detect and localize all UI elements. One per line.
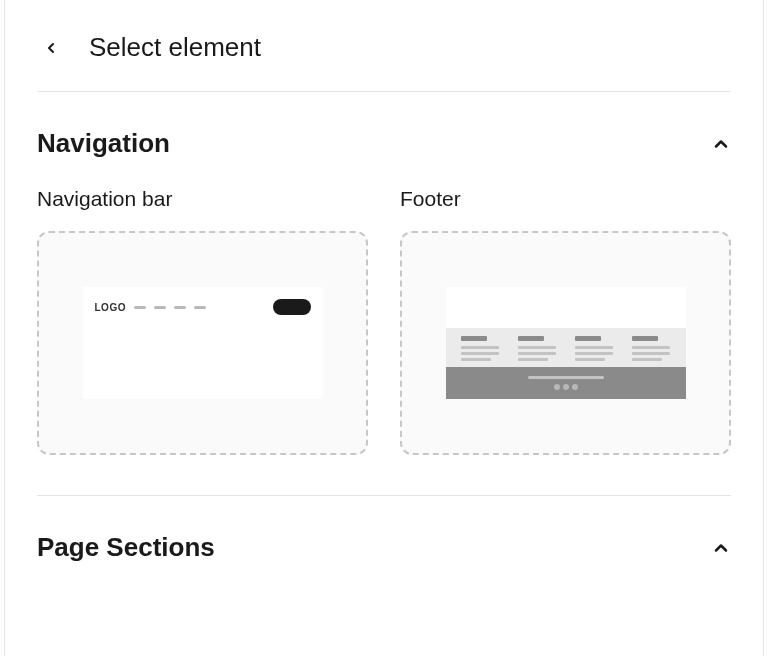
back-button[interactable]: [37, 34, 65, 62]
footer-dots-placeholder: [554, 384, 578, 390]
section-title: Page Sections: [37, 532, 215, 563]
section-header-page-sections[interactable]: Page Sections: [37, 496, 731, 591]
logo-placeholder: LOGO: [95, 302, 126, 313]
footer-col-placeholder: [461, 336, 499, 361]
nav-link-placeholder: [134, 306, 146, 309]
footer-col-placeholder: [518, 336, 556, 361]
chevron-up-icon: [711, 134, 731, 154]
nav-link-placeholder: [174, 306, 186, 309]
element-card-navbar[interactable]: LOGO: [37, 231, 368, 455]
element-card-footer[interactable]: [400, 231, 731, 455]
nav-link-placeholder: [154, 306, 166, 309]
section-header-navigation[interactable]: Navigation: [37, 92, 731, 187]
section-title: Navigation: [37, 128, 170, 159]
element-option-navbar: Navigation bar LOGO: [37, 187, 368, 455]
nav-cta-placeholder: [273, 299, 311, 315]
navbar-preview: LOGO: [83, 287, 323, 399]
navbar-preview-row: LOGO: [95, 299, 311, 315]
collapse-toggle[interactable]: [711, 134, 731, 154]
collapse-toggle[interactable]: [711, 538, 731, 558]
panel-header: Select element: [37, 0, 731, 91]
footer-col-placeholder: [632, 336, 670, 361]
nav-link-placeholder: [194, 306, 206, 309]
footer-bottom-placeholder: [446, 367, 686, 399]
chevron-up-icon: [711, 538, 731, 558]
footer-col-placeholder: [575, 336, 613, 361]
panel-title: Select element: [89, 32, 261, 63]
navigation-grid: Navigation bar LOGO Footer: [37, 187, 731, 495]
element-label: Footer: [400, 187, 731, 211]
footer-preview: [446, 287, 686, 399]
element-label: Navigation bar: [37, 187, 368, 211]
chevron-left-icon: [43, 40, 59, 56]
footer-preview-columns: [446, 328, 686, 367]
footer-bar-placeholder: [528, 376, 604, 379]
element-option-footer: Footer: [400, 187, 731, 455]
